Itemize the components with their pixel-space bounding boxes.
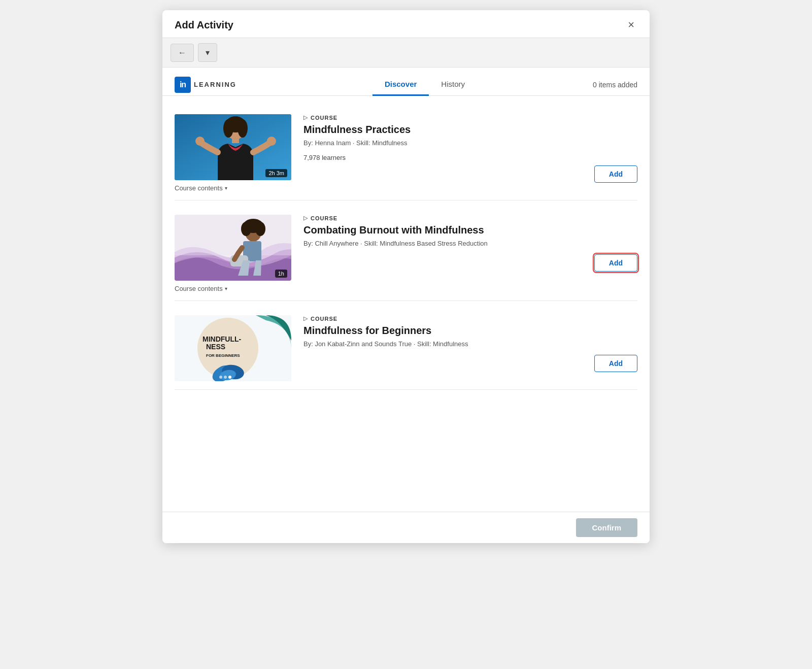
course-2-add-button[interactable]: Add xyxy=(594,254,637,272)
course-1-add-wrap: Add xyxy=(303,165,637,183)
svg-point-4 xyxy=(223,119,233,138)
linkedin-logo: in xyxy=(175,77,191,93)
course-2-info: ▷ COURSE Combating Burnout with Mindfuln… xyxy=(303,215,637,272)
tab-discover[interactable]: Discover xyxy=(373,74,429,96)
svg-point-24 xyxy=(224,376,227,379)
confirm-button[interactable]: Confirm xyxy=(576,518,638,537)
course-2-title: Combating Burnout with Mindfulness xyxy=(303,223,637,237)
course-1-title: Mindfulness Practices xyxy=(303,123,637,136)
course-1-type-row: ▷ COURSE xyxy=(303,114,637,121)
svg-text:FOR BEGINNERS: FOR BEGINNERS xyxy=(206,353,240,358)
course-3-type: COURSE xyxy=(311,316,337,322)
modal-header: Add Activity × xyxy=(162,10,650,38)
course-3-thumb-wrap: MINDFULL- NESS FOR BEGINNERS xyxy=(175,315,291,381)
content-area: 2h 3m Course contents ▾ ▷ COURSE Mindful… xyxy=(162,96,650,512)
course-2-thumb-wrap: 1h Course contents ▾ xyxy=(175,215,291,292)
chevron-down-icon: ▾ xyxy=(225,185,227,191)
brand: in LEARNING xyxy=(175,77,236,93)
svg-point-23 xyxy=(219,376,222,379)
svg-point-7 xyxy=(195,137,205,146)
nav-area: in LEARNING Discover History 0 items add… xyxy=(162,68,650,96)
tab-history[interactable]: History xyxy=(429,74,477,96)
svg-point-15 xyxy=(246,220,260,228)
course-2-by: By: Chill Anywhere xyxy=(303,240,358,247)
course-3-meta: By: Jon Kabat-Zinn and Sounds True · Ski… xyxy=(303,340,637,348)
course-2-type: COURSE xyxy=(311,215,337,221)
play-icon: ▷ xyxy=(303,215,308,221)
add-activity-modal: Add Activity × ← ▾ in LEARNING Discover … xyxy=(162,10,650,543)
course-3-skill: Skill: Mindfulness xyxy=(417,340,468,348)
course-2-contents-toggle[interactable]: Course contents ▾ xyxy=(175,285,291,292)
course-1-info: ▷ COURSE Mindfulness Practices By: Henna… xyxy=(303,114,637,183)
course-1-duration: 2h 3m xyxy=(265,169,287,177)
svg-text:MINDFULL-: MINDFULL- xyxy=(202,335,242,343)
play-icon: ▷ xyxy=(303,315,308,322)
course-1-skill: Skill: Mindfulness xyxy=(356,139,407,147)
nav-tabs: Discover History xyxy=(257,74,593,95)
course-3-thumbnail: MINDFULL- NESS FOR BEGINNERS xyxy=(175,315,291,381)
course-1-by: By: Henna Inam xyxy=(303,139,351,147)
course-2-contents-label-text: Course contents xyxy=(175,285,223,292)
course-2-add-wrap: Add xyxy=(303,254,637,272)
toolbar: ← ▾ xyxy=(162,38,650,68)
course-item: 1h Course contents ▾ ▷ COURSE Combating … xyxy=(175,200,637,301)
course-3-type-row: ▷ COURSE xyxy=(303,315,637,322)
brand-name: LEARNING xyxy=(194,81,236,88)
course-1-meta: By: Henna Inam · Skill: Mindfulness xyxy=(303,139,637,147)
course-item: MINDFULL- NESS FOR BEGINNERS ▷ COURSE Mi… xyxy=(175,301,637,390)
svg-text:NESS: NESS xyxy=(206,343,225,351)
course-1-learners: 7,978 learners xyxy=(303,154,637,161)
svg-point-8 xyxy=(267,137,276,146)
modal-footer: Confirm xyxy=(162,512,650,543)
chevron-down-icon: ▾ xyxy=(225,286,227,291)
course-2-meta: By: Chill Anywhere · Skill: Mindfulness … xyxy=(303,240,637,247)
course-2-thumbnail: 1h xyxy=(175,215,291,281)
course-1-add-button[interactable]: Add xyxy=(594,165,637,183)
course-3-info: ▷ COURSE Mindfulness for Beginners By: J… xyxy=(303,315,637,372)
course-3-by: By: Jon Kabat-Zinn and Sounds True xyxy=(303,340,412,348)
svg-point-25 xyxy=(228,376,231,379)
modal-title: Add Activity xyxy=(175,19,233,31)
course-3-add-button[interactable]: Add xyxy=(594,355,637,372)
course-3-title: Mindfulness for Beginners xyxy=(303,324,637,337)
close-button[interactable]: × xyxy=(625,18,637,31)
back-button[interactable]: ← xyxy=(171,44,194,62)
svg-point-5 xyxy=(238,119,248,138)
course-1-thumb-wrap: 2h 3m Course contents ▾ xyxy=(175,114,291,192)
course-contents-label-text: Course contents xyxy=(175,184,223,192)
course-2-skill: Skill: Mindfulness Based Stress Reductio… xyxy=(364,240,488,247)
course-2-type-row: ▷ COURSE xyxy=(303,215,637,221)
course-3-add-wrap: Add xyxy=(303,355,637,372)
play-icon: ▷ xyxy=(303,114,308,121)
svg-rect-6 xyxy=(232,138,239,143)
course-2-duration: 1h xyxy=(275,270,287,278)
course-1-contents-toggle[interactable]: Course contents ▾ xyxy=(175,184,291,192)
course-1-type: COURSE xyxy=(311,115,337,121)
dropdown-button[interactable]: ▾ xyxy=(198,43,217,62)
course-item: 2h 3m Course contents ▾ ▷ COURSE Mindful… xyxy=(175,100,637,200)
items-added-count: 0 items added xyxy=(593,81,637,89)
course-1-thumbnail: 2h 3m xyxy=(175,114,291,180)
svg-rect-10 xyxy=(175,215,291,255)
